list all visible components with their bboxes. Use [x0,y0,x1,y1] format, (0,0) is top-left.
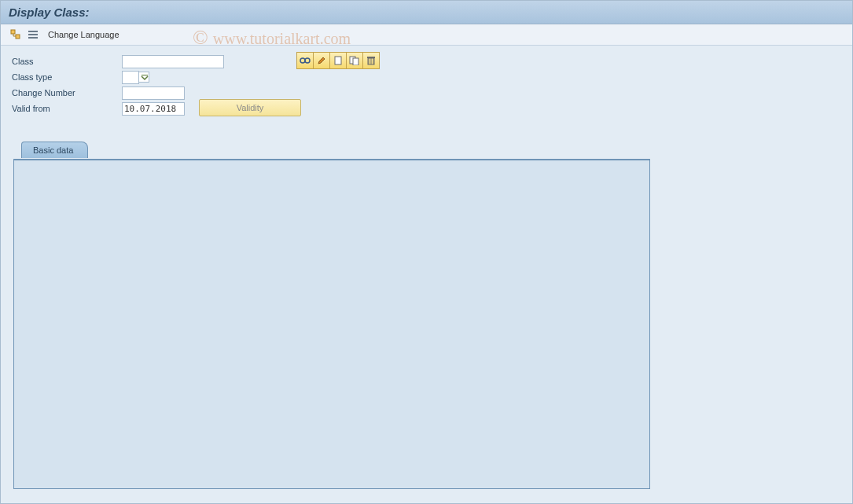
change-number-label: Change Number [12,88,122,97]
svg-rect-4 [28,37,38,39]
application-toolbar: Change Language [1,24,852,46]
svg-rect-0 [11,30,15,34]
tab-strip: Basic data [12,142,841,159]
form-area: Class Class type Change Number Valid fro… [1,46,852,497]
class-type-input[interactable] [122,71,139,84]
valid-from-input[interactable] [122,102,185,116]
change-language-button[interactable]: Change Language [43,28,124,41]
validity-button[interactable]: Validity [199,99,301,116]
svg-point-6 [300,58,305,63]
svg-rect-2 [28,31,38,32]
svg-rect-3 [28,34,38,35]
create-icon[interactable] [329,52,347,69]
svg-rect-5 [142,75,148,75]
action-icon-strip [296,52,380,69]
tab-basic-data[interactable]: Basic data [21,142,88,158]
valid-from-label: Valid from [12,104,122,113]
delete-icon[interactable] [362,52,380,69]
title-bar: Display Class: [1,1,852,24]
tab-panel-basic-data [13,159,650,489]
class-label: Class [12,57,122,66]
change-icon[interactable] [313,52,330,69]
create-with-template-icon[interactable] [346,52,363,69]
other-class-icon[interactable] [9,28,23,42]
class-type-label: Class type [12,72,122,82]
page-title: Display Class: [9,6,90,19]
svg-rect-12 [367,57,375,58]
class-input[interactable] [122,55,224,68]
class-type-f4-icon[interactable] [138,72,149,83]
display-icon[interactable] [296,52,314,69]
svg-rect-1 [16,35,20,39]
class-list-icon[interactable] [26,28,40,42]
svg-rect-8 [335,57,341,64]
change-number-input[interactable] [122,86,185,100]
svg-rect-10 [353,58,358,65]
